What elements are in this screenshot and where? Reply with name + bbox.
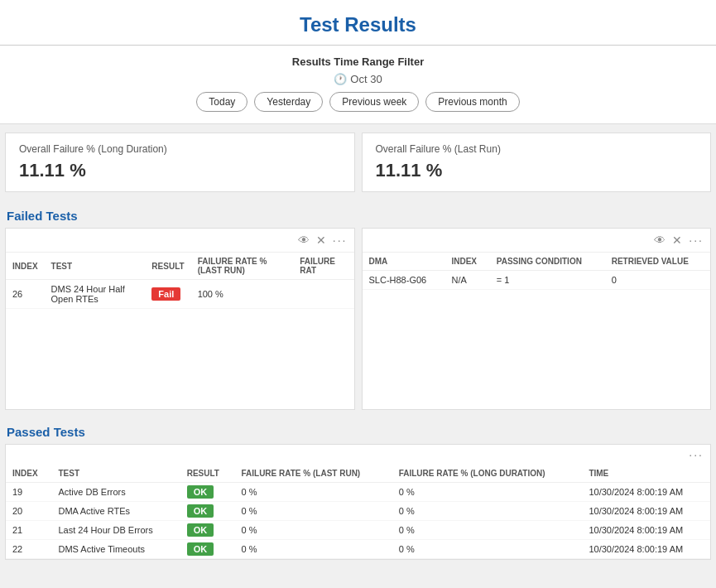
cell-result: Fail: [145, 280, 190, 309]
cell-time: 10/30/2024 8:00:19 AM: [582, 521, 710, 540]
cell-test: DMS Active Timeouts: [51, 540, 180, 559]
failed-right-table-header: 👁 ✕ ···: [363, 229, 711, 253]
cell-test: Last 24 Hour DB Errors: [51, 521, 180, 540]
failed-right-table: DMA INDEX PASSING CONDITION RETRIEVED VA…: [363, 253, 711, 290]
col-failure-last-run: FAILURE RATE % (LAST RUN): [191, 253, 294, 280]
col-dma: DMA: [363, 253, 445, 271]
metric-card-long-duration: Overall Failure % (Long Duration) 11.11 …: [5, 133, 355, 192]
failed-right-table-card: 👁 ✕ ··· DMA INDEX PASSING CONDITION RETR…: [362, 228, 712, 410]
col-result: RESULT: [145, 253, 190, 280]
previous-week-button[interactable]: Previous week: [329, 92, 419, 112]
col-dma-index: INDEX: [444, 253, 489, 271]
cell-failure-last-run: 0 %: [234, 502, 392, 521]
passed-table-card-header: ···: [6, 445, 710, 465]
passed-col-time: TIME: [582, 465, 710, 483]
ok-badge: OK: [187, 542, 214, 556]
cell-result: OK: [180, 483, 235, 502]
cell-failure-long: 0 %: [392, 540, 583, 559]
failed-tables-row: 👁 ✕ ··· INDEX TEST RESULT FAILURE RATE %…: [0, 228, 716, 417]
fail-badge: Fail: [151, 287, 180, 301]
table-row: 22 DMS Active Timeouts OK 0 % 0 % 10/30/…: [6, 540, 710, 559]
col-retrieved-value: RETRIEVED VALUE: [605, 253, 710, 271]
passed-col-failure-long: FAILURE RATE % (LONG DURATION): [392, 465, 583, 483]
filter-date-value: Oct 30: [350, 73, 382, 85]
filter-date: 🕐 Oct 30: [0, 73, 716, 85]
metric-title-long-duration: Overall Failure % (Long Duration): [19, 143, 341, 155]
cell-index: 26: [6, 280, 45, 309]
cell-test: DMA Active RTEs: [51, 502, 180, 521]
passed-table: INDEX TEST RESULT FAILURE RATE % (LAST R…: [6, 465, 710, 559]
failed-left-table-header: 👁 ✕ ···: [6, 229, 354, 253]
cell-failure-long: 0 %: [392, 483, 583, 502]
cell-index: 20: [6, 502, 51, 521]
cell-index: 19: [6, 483, 51, 502]
col-failure-rat: FAILURE RAT: [293, 253, 353, 280]
cell-time: 10/30/2024 8:00:19 AM: [582, 540, 710, 559]
yesterday-button[interactable]: Yesterday: [254, 92, 323, 112]
col-index: INDEX: [6, 253, 45, 280]
metric-card-last-run: Overall Failure % (Last Run) 11.11 %: [362, 133, 712, 192]
cell-index: 22: [6, 540, 51, 559]
col-passing-condition: PASSING CONDITION: [490, 253, 605, 271]
cell-result: OK: [180, 540, 235, 559]
cell-dma: SLC-H88-G06: [363, 271, 445, 290]
ok-badge: OK: [187, 504, 214, 518]
cell-failure-last-run: 0 %: [234, 521, 392, 540]
cell-retrieved-value: 0: [605, 271, 710, 290]
dots-menu-right[interactable]: ···: [689, 234, 704, 247]
metric-value-long-duration: 11.11 %: [19, 160, 341, 181]
cell-failure-long: 0 %: [392, 521, 583, 540]
passed-tests-header: Passed Tests: [0, 417, 716, 444]
metric-value-last-run: 11.11 %: [376, 160, 698, 181]
passed-col-test: TEST: [51, 465, 180, 483]
cell-time: 10/30/2024 8:00:19 AM: [582, 502, 710, 521]
table-row: 26 DMS 24 Hour Half Open RTEs Fail 100 %: [6, 280, 354, 309]
ok-badge: OK: [187, 523, 214, 537]
table-row: 21 Last 24 Hour DB Errors OK 0 % 0 % 10/…: [6, 521, 710, 540]
close-icon-left[interactable]: ✕: [316, 234, 326, 247]
cell-failure-last-run: 0 %: [234, 540, 392, 559]
ok-badge: OK: [187, 485, 214, 499]
cell-failure-rat: [293, 280, 353, 309]
filter-label: Results Time Range Filter: [0, 55, 716, 68]
passed-tests-section: Passed Tests ··· INDEX TEST RESULT FAILU…: [0, 417, 716, 560]
cell-result: OK: [180, 502, 235, 521]
metrics-row: Overall Failure % (Long Duration) 11.11 …: [0, 124, 716, 200]
today-button[interactable]: Today: [196, 92, 247, 112]
cell-failure-last-run: 0 %: [234, 483, 392, 502]
cell-test: DMS 24 Hour Half Open RTEs: [45, 280, 146, 309]
cell-test: Active DB Errors: [51, 483, 180, 502]
cell-result: OK: [180, 521, 235, 540]
table-row: 20 DMA Active RTEs OK 0 % 0 % 10/30/2024…: [6, 502, 710, 521]
passed-col-result: RESULT: [180, 465, 235, 483]
cell-time: 10/30/2024 8:00:19 AM: [582, 483, 710, 502]
cell-passing-condition: = 1: [490, 271, 605, 290]
passed-table-card: ··· INDEX TEST RESULT FAILURE RATE % (LA…: [5, 444, 711, 560]
page-title: Test Results: [0, 0, 716, 46]
table-row: 19 Active DB Errors OK 0 % 0 % 10/30/202…: [6, 483, 710, 502]
cell-failure-long: 0 %: [392, 502, 583, 521]
cell-index: 21: [6, 521, 51, 540]
dots-menu-left[interactable]: ···: [333, 234, 348, 247]
eye-icon-left[interactable]: 👁: [298, 234, 310, 247]
eye-icon-right[interactable]: 👁: [654, 234, 666, 247]
metric-title-last-run: Overall Failure % (Last Run): [376, 143, 698, 155]
passed-col-failure-last-run: FAILURE RATE % (LAST RUN): [234, 465, 392, 483]
dots-menu-passed[interactable]: ···: [689, 448, 704, 461]
failed-tests-header: Failed Tests: [0, 200, 716, 228]
cell-failure-rate: 100 %: [191, 280, 294, 309]
failed-left-table-card: 👁 ✕ ··· INDEX TEST RESULT FAILURE RATE %…: [5, 228, 355, 410]
failed-left-table: INDEX TEST RESULT FAILURE RATE % (LAST R…: [6, 253, 354, 309]
filter-section: Results Time Range Filter 🕐 Oct 30 Today…: [0, 46, 716, 124]
table-row: SLC-H88-G06 N/A = 1 0: [363, 271, 711, 290]
cell-dma-index: N/A: [444, 271, 489, 290]
clock-icon: 🕐: [334, 73, 347, 85]
col-test: TEST: [45, 253, 146, 280]
previous-month-button[interactable]: Previous month: [425, 92, 519, 112]
passed-col-index: INDEX: [6, 465, 51, 483]
filter-buttons: Today Yesterday Previous week Previous m…: [0, 92, 716, 112]
close-icon-right[interactable]: ✕: [672, 234, 682, 247]
